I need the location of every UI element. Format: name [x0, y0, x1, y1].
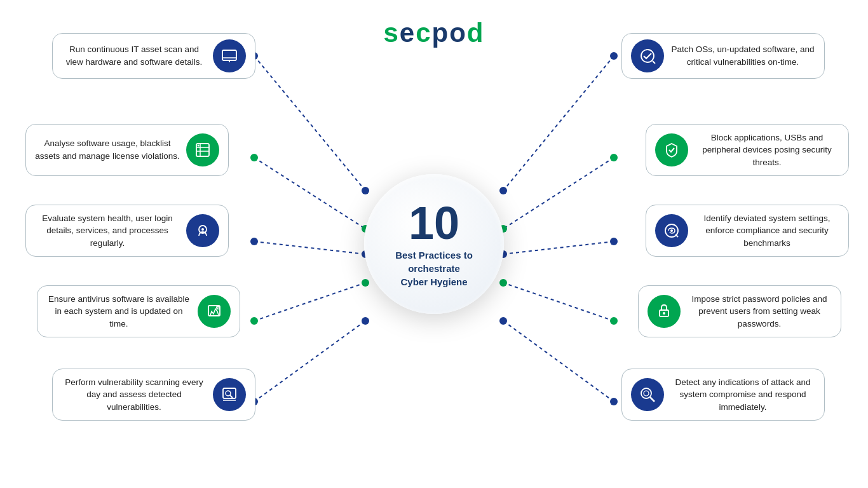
card-bot-right-2: Detect any indications of attack and sys…	[621, 369, 825, 421]
svg-line-6	[503, 158, 614, 229]
svg-point-15	[362, 187, 369, 194]
card-bl1-text: Ensure antivirus software is available i…	[48, 294, 189, 329]
logo-letter-e: e	[400, 18, 416, 48]
svg-point-29	[499, 317, 507, 325]
svg-line-4	[254, 321, 365, 402]
card-br2-icon	[631, 378, 664, 411]
svg-line-52	[675, 234, 678, 237]
card-mr1-icon	[655, 133, 688, 166]
svg-point-25	[499, 187, 507, 194]
card-bot-left-2: Perform vulnerability scanning every day…	[52, 369, 255, 421]
card-top-right: Patch OSs, un-updated software, and crit…	[621, 33, 825, 79]
svg-point-54	[663, 312, 665, 315]
card-ml2-text: Evaluate system health, user login detai…	[42, 214, 173, 248]
svg-line-9	[503, 321, 614, 402]
card-br1-icon	[648, 295, 681, 328]
svg-line-0	[254, 56, 365, 191]
svg-point-23	[610, 317, 618, 325]
svg-point-38	[198, 145, 200, 147]
svg-line-49	[653, 61, 655, 64]
card-br2-text: Detect any indications of attack and sys…	[675, 377, 810, 412]
card-mr1-text: Block applications, USBs and peripheral …	[702, 133, 831, 167]
svg-point-51	[670, 229, 673, 232]
svg-point-12	[250, 238, 258, 245]
card-mid-right-2: Identify deviated system settings, enfor…	[646, 205, 849, 257]
svg-line-5	[503, 56, 614, 191]
logo-letter-d: d	[467, 18, 485, 48]
card-mr2-text: Identify deviated system settings, enfor…	[704, 214, 831, 248]
svg-line-1	[254, 158, 365, 229]
svg-point-22	[610, 238, 618, 245]
card-br1-text: Impose strict password policies and prev…	[691, 294, 827, 329]
svg-point-20	[610, 52, 618, 60]
svg-line-3	[254, 283, 365, 321]
card-tr-text: Patch OSs, un-updated software, and crit…	[671, 44, 814, 67]
svg-line-46	[230, 395, 233, 398]
svg-line-2	[254, 241, 365, 254]
card-tl-icon	[213, 39, 246, 72]
card-bot-right-1: Impose strict password policies and prev…	[638, 285, 841, 337]
center-text: Best Practices to orchestrate Cyber Hygi…	[395, 248, 473, 288]
card-mid-left-1: Analyse software usage, blacklist assets…	[25, 124, 229, 176]
card-ml1-text: Analyse software usage, blacklist assets…	[35, 139, 179, 161]
svg-point-45	[226, 391, 231, 396]
logo-letter-o: o	[449, 18, 467, 48]
svg-line-7	[503, 241, 614, 254]
card-bl2-icon	[213, 378, 246, 411]
center-number: 10	[409, 200, 459, 246]
svg-point-19	[362, 317, 369, 325]
card-mid-right-1: Block applications, USBs and peripheral …	[646, 124, 849, 176]
logo: Secpod	[383, 18, 484, 48]
svg-point-11	[250, 154, 258, 161]
card-bot-left-1: Ensure antivirus software is available i…	[37, 285, 240, 337]
svg-point-55	[641, 388, 651, 398]
card-ml1-icon	[186, 133, 219, 166]
svg-point-21	[610, 154, 618, 161]
svg-line-8	[503, 283, 614, 321]
svg-point-57	[644, 391, 649, 396]
svg-point-18	[362, 279, 369, 287]
svg-point-28	[499, 279, 507, 287]
svg-point-48	[641, 50, 654, 62]
svg-point-13	[250, 317, 258, 325]
svg-rect-30	[222, 50, 236, 60]
card-bl2-text: Perform vulnerability scanning every day…	[65, 377, 203, 412]
center-circle: 10 Best Practices to orchestrate Cyber H…	[364, 174, 504, 314]
svg-rect-44	[223, 388, 236, 398]
card-mr2-icon	[655, 214, 688, 247]
logo-letter-c: c	[416, 18, 431, 48]
logo-letter-p: p	[432, 18, 450, 48]
card-tr-icon	[631, 39, 664, 72]
card-ml2-icon	[186, 214, 219, 247]
svg-point-40	[201, 228, 204, 231]
card-tl-text: Run continuous IT asset scan and view ha…	[66, 44, 203, 67]
logo-letter-s: S	[383, 18, 399, 48]
card-top-left: Run continuous IT asset scan and view ha…	[52, 33, 255, 79]
svg-point-24	[610, 398, 618, 405]
card-bl1-icon: ↻	[198, 295, 231, 328]
card-mid-left-2: Evaluate system health, user login detai…	[25, 205, 229, 257]
svg-line-56	[650, 397, 654, 402]
